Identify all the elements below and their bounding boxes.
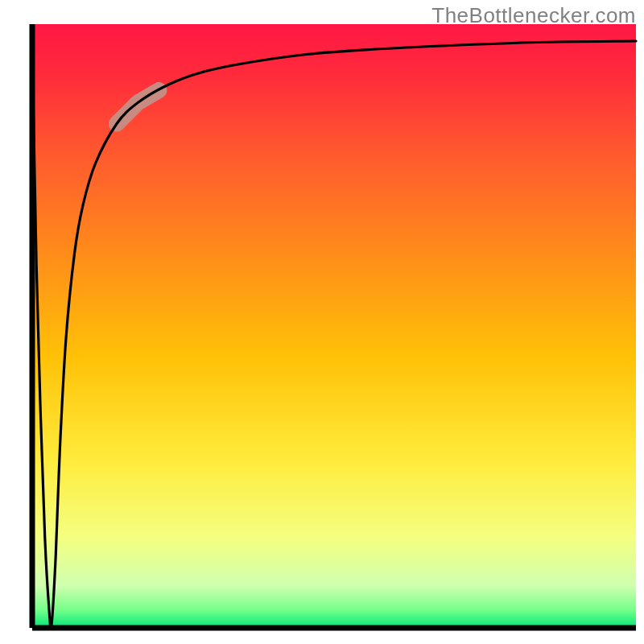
watermark-label: TheBottlenecker.com (431, 3, 636, 28)
chart-svg (0, 0, 644, 644)
chart-frame: TheBottlenecker.com (0, 0, 644, 644)
